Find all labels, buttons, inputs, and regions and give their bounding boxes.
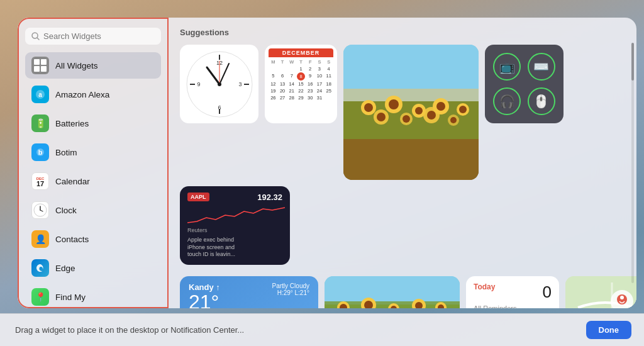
sidebar-item-label: Batteries: [55, 119, 89, 128]
suggestions-row2: Kandy ↑ 21° Partly Cloudy H:29° L:21° 06…: [180, 276, 625, 308]
connectivity-widget[interactable]: 📺 ⌨️ 🎧 🖱️: [485, 45, 564, 123]
weather-left: Kandy ↑ 21°: [189, 282, 220, 308]
stock-ticker-badge: AAPL: [187, 193, 209, 201]
sidebar-item-find-my[interactable]: 📍 Find My: [25, 284, 161, 308]
svg-point-43: [450, 117, 457, 123]
sidebar-item-label: Clock: [55, 206, 77, 215]
batteries-icon: 🔋: [31, 114, 49, 132]
sidebar-item-contacts[interactable]: 👤 Contacts: [25, 226, 161, 252]
alexa-icon: a: [31, 86, 49, 103]
svg-text:3: 3: [238, 81, 242, 87]
main-content: Suggestions 12 3 6 9: [169, 18, 636, 308]
stock-price: 192.32: [257, 193, 282, 202]
calendar-widget[interactable]: DECEMBER M T W T F S S 1 2 3 4: [265, 45, 337, 123]
sidebar: All Widgets a Amazon Alexa 🔋 Batteries b…: [18, 18, 169, 308]
svg-point-60: [620, 296, 624, 299]
cal-grid: M T W T F S S 1 2 3 4 5 6: [269, 59, 333, 101]
svg-line-1: [37, 38, 39, 40]
svg-point-27: [364, 103, 373, 112]
svg-text:6: 6: [218, 104, 221, 111]
svg-point-31: [415, 107, 423, 114]
findmy-icon: 📍: [31, 288, 49, 306]
sidebar-item-edge[interactable]: Edge: [25, 255, 161, 281]
sidebar-item-clock[interactable]: Clock: [25, 197, 161, 223]
reminders-title: Today: [474, 282, 495, 291]
conn-icon-3: 🎧: [493, 87, 521, 115]
suggestions-header: Suggestions: [180, 28, 625, 37]
sidebar-item-batteries[interactable]: 🔋 Batteries: [25, 110, 161, 137]
weather-right: Partly Cloudy H:29° L:21°: [272, 282, 309, 296]
reminders-count: 0: [543, 282, 552, 302]
conn-icon-2: ⌨️: [528, 53, 555, 81]
cal-month: DECEMBER: [269, 48, 333, 57]
svg-text:b: b: [38, 148, 43, 156]
done-button[interactable]: Done: [586, 321, 632, 339]
reminders-top: Today 0: [474, 282, 552, 302]
weather-top: Kandy ↑ 21° Partly Cloudy H:29° L:21°: [189, 282, 309, 308]
sidebar-item-label: Calendar: [55, 177, 90, 186]
widget-panel: All Widgets a Amazon Alexa 🔋 Batteries b…: [18, 18, 636, 308]
photo-widget-2[interactable]: [325, 276, 460, 308]
svg-point-33: [436, 102, 445, 111]
weather-hl: H:29° L:21°: [272, 289, 309, 296]
suggestions-widgets-row1: 12 3 6 9 DECEMBER M T: [180, 45, 625, 265]
sidebar-item-label: Amazon Alexa: [55, 90, 109, 99]
stock-chart: [187, 204, 282, 226]
stock-widget[interactable]: AAPL 192.32 Reuters Apple exec behindiPh…: [180, 186, 290, 265]
suggestions-title: Suggestions: [180, 28, 229, 37]
bottom-bar: Drag a widget to place it on the desktop…: [0, 313, 644, 346]
photo-widget[interactable]: [343, 45, 479, 180]
sidebar-item-botim[interactable]: b Botim: [25, 139, 161, 165]
stock-top: AAPL 192.32: [187, 193, 282, 202]
svg-point-21: [218, 82, 221, 86]
search-bar[interactable]: [25, 28, 161, 45]
reminders-widget[interactable]: Today 0 All RemindersCompleted: [466, 276, 559, 308]
botim-icon: b: [31, 143, 49, 161]
edge-icon: [31, 259, 49, 277]
sidebar-item-label: Botim: [55, 148, 77, 157]
sidebar-item-label: Contacts: [55, 235, 89, 244]
sidebar-item-all-widgets[interactable]: All Widgets: [25, 52, 161, 79]
sidebar-item-label: Edge: [55, 264, 75, 273]
weather-widget[interactable]: Kandy ↑ 21° Partly Cloudy H:29° L:21° 06…: [180, 276, 318, 308]
svg-text:a: a: [38, 91, 42, 98]
sidebar-item-label: All Widgets: [55, 61, 98, 70]
reminders-status: All RemindersCompleted: [474, 304, 552, 308]
scrollbar-track[interactable]: [631, 43, 634, 283]
svg-point-37: [377, 113, 386, 121]
svg-point-41: [427, 111, 436, 120]
weather-temp: 21°: [189, 292, 220, 308]
sidebar-item-calendar[interactable]: DEC 17 Calendar: [25, 168, 161, 194]
clock-widget[interactable]: 12 3 6 9: [180, 45, 258, 123]
contacts-icon: 👤: [31, 230, 49, 248]
bottom-hint: Drag a widget to place it on the desktop…: [15, 325, 244, 335]
weather-condition: Partly Cloudy: [272, 282, 309, 289]
svg-text:9: 9: [197, 81, 200, 87]
calendar-icon: DEC 17: [31, 172, 49, 190]
search-icon: [31, 32, 40, 40]
sidebar-item-label: Find My: [55, 293, 86, 302]
conn-icon-1: 📺: [493, 53, 521, 81]
svg-point-39: [402, 115, 410, 123]
maps-widget[interactable]: 20 min ago Mapanawatura Rd Kandy: [565, 276, 636, 308]
clock-icon: [31, 201, 49, 219]
svg-point-29: [389, 99, 399, 109]
search-input[interactable]: [43, 31, 155, 41]
stock-source: Reuters: [187, 227, 282, 233]
stock-headline: Apple exec behindiPhone screen andtouch …: [187, 237, 282, 259]
scrollbar-thumb[interactable]: [631, 43, 634, 81]
svg-point-35: [459, 106, 467, 113]
conn-icon-4: 🖱️: [528, 87, 555, 115]
all-widgets-icon: [31, 57, 49, 74]
svg-rect-44: [325, 276, 460, 304]
sidebar-item-amazon-alexa[interactable]: a Amazon Alexa: [25, 81, 161, 108]
